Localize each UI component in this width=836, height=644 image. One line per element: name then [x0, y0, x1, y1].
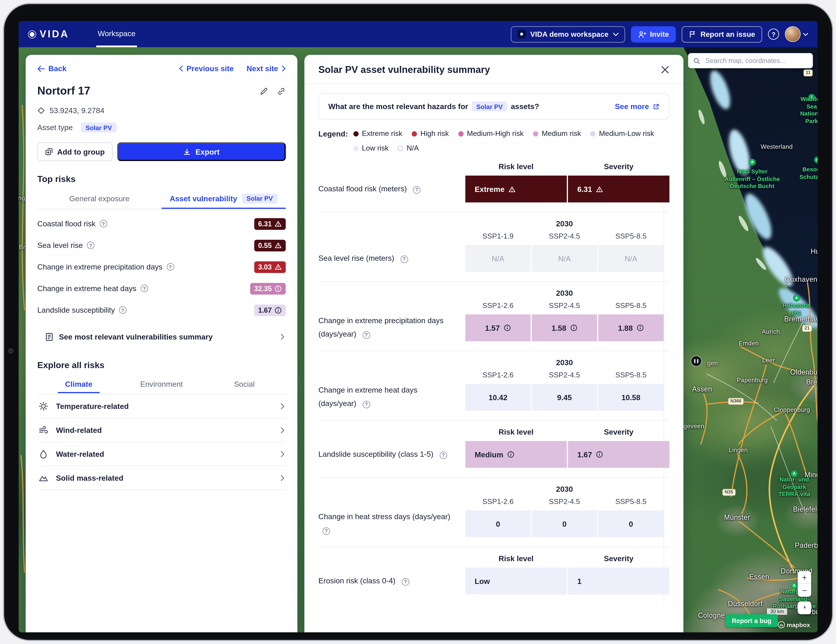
help-icon[interactable]: [402, 578, 409, 585]
help-icon[interactable]: [362, 331, 370, 339]
map-search[interactable]: [688, 53, 813, 68]
vulnerability-summary-link[interactable]: See most relevant vulnerabilities summar…: [37, 327, 286, 347]
site-marker[interactable]: [691, 356, 701, 366]
explore-tab-environment[interactable]: Environment: [120, 375, 203, 394]
tab-asset-vulnerability[interactable]: Asset vulnerability Solar PV: [162, 189, 286, 209]
legend-item-label: Medium-High risk: [467, 129, 524, 138]
mapbox-logo[interactable]: m mapbox: [778, 621, 810, 628]
export-button[interactable]: Export: [117, 142, 286, 161]
site-pager: Previous site Next site: [179, 64, 286, 73]
explore-risks-title: Explore all risks: [37, 360, 286, 370]
report-bug-button[interactable]: Report a bug: [725, 614, 778, 627]
scenario-year: 2030: [465, 219, 664, 228]
previous-site-link[interactable]: Previous site: [179, 64, 234, 73]
tab-asset-vulnerability-badge: Solar PV: [242, 193, 278, 203]
legend-label: Legend:: [318, 129, 348, 152]
legend-dot: [398, 145, 403, 151]
search-icon: [693, 57, 700, 65]
compass-button[interactable]: [798, 602, 811, 614]
droplet-icon: [39, 449, 48, 459]
explore-tab-social[interactable]: Social: [203, 375, 286, 394]
wind-icon: [39, 425, 48, 435]
help-icon[interactable]: [413, 186, 421, 193]
close-icon[interactable]: [661, 65, 669, 74]
modal-title: Solar PV asset vulnerability summary: [318, 64, 490, 75]
search-input[interactable]: [704, 57, 808, 65]
category-temperature-related[interactable]: Temperature-related: [37, 394, 286, 418]
legend-item: Medium-High risk: [458, 129, 524, 138]
chevron-down-icon: [613, 33, 619, 36]
row-label: Coastal flood risk (meters): [318, 182, 464, 196]
legend-dot: [353, 131, 358, 136]
zoom-in-button[interactable]: +: [798, 571, 811, 584]
copy-link-icon[interactable]: [277, 87, 286, 95]
help-icon[interactable]: [167, 263, 174, 271]
category-wind-related[interactable]: Wind-related: [37, 418, 286, 442]
next-site-link[interactable]: Next site: [247, 64, 286, 73]
help-icon[interactable]: [322, 527, 330, 535]
risk-row: Sea level rise0.55: [37, 234, 286, 256]
edit-pencil-icon[interactable]: [260, 87, 268, 95]
category-label: Temperature-related: [56, 402, 129, 410]
category-solid-mass-related[interactable]: Solid mass-related: [37, 466, 286, 490]
tab-asset-vulnerability-label: Asset vulnerability: [170, 194, 237, 203]
help-icon[interactable]: [119, 306, 127, 314]
see-more-link[interactable]: See more: [615, 102, 660, 111]
risk-row: Coastal flood risk6.31: [37, 213, 286, 234]
add-to-group-icon: [45, 147, 53, 156]
mapbox-wordmark: mapbox: [787, 621, 810, 628]
add-to-group-button[interactable]: Add to group: [37, 142, 113, 161]
explore-tab-climate[interactable]: Climate: [37, 375, 120, 394]
legend-dot: [590, 131, 596, 136]
zoom-controls: + −: [798, 571, 811, 597]
zoom-out-button[interactable]: −: [798, 584, 811, 597]
risk-row: Change in extreme heat days32.35: [37, 278, 286, 299]
tab-general-exposure[interactable]: General exposure: [37, 189, 162, 209]
scenario-value-cell: 9.45: [532, 384, 597, 411]
help-icon[interactable]: [87, 242, 95, 249]
scenario-year: 2030: [465, 485, 664, 494]
mountain-icon: [39, 473, 48, 483]
legend-item-label: N/A: [407, 144, 419, 152]
city-label: Emden: [739, 340, 759, 347]
legend-items: Extreme riskHigh riskMedium-High riskMed…: [353, 128, 669, 152]
compass-icon: [801, 604, 808, 611]
scenario-label: SSP1-2.6: [465, 302, 531, 310]
table-row: Erosion risk (class 0-4) Low1: [318, 567, 669, 594]
asset-type-label: Asset type: [37, 123, 73, 132]
row-label: Landslide susceptibility (class 1-5): [318, 448, 464, 461]
help-icon[interactable]: [400, 255, 408, 263]
risk-category-list: Temperature-relatedWind-relatedWater-rel…: [37, 394, 286, 490]
chevron-right-icon: [281, 403, 284, 409]
chevron-down-icon: [803, 33, 808, 36]
report-issue-button[interactable]: Report an issue: [682, 26, 762, 42]
tab-workspace[interactable]: Workspace: [96, 21, 137, 47]
city-label: Bremen: [806, 378, 818, 386]
document-icon: [46, 332, 53, 341]
help-icon[interactable]: [140, 284, 148, 292]
invite-button[interactable]: Invite: [631, 26, 676, 42]
sun-icon: [39, 401, 48, 411]
help-button[interactable]: [768, 29, 779, 40]
chevron-right-icon: [281, 475, 284, 481]
city-label: Oldenburg: [790, 368, 818, 376]
question-suffix: assets?: [511, 102, 539, 111]
table-row: Landslide susceptibility (class 1-5) Med…: [318, 441, 669, 468]
city-label: Münster: [724, 513, 750, 521]
invite-label: Invite: [650, 30, 669, 38]
risk-label: Change in extreme precipitation days: [37, 263, 163, 271]
risk-label: Change in extreme heat days: [37, 284, 136, 293]
category-water-related[interactable]: Water-related: [37, 442, 286, 466]
question-asset-badge: Solar PV: [472, 101, 508, 111]
city-label: Paderborn: [795, 541, 818, 549]
back-link[interactable]: Back: [37, 64, 67, 73]
workspace-selector[interactable]: VIDA demo workspace: [511, 26, 625, 42]
scenario-label: SSP1-2.6: [465, 371, 531, 379]
help-icon[interactable]: [440, 451, 447, 459]
risk-row: Change in extreme precipitation days3.03: [37, 256, 286, 278]
user-menu[interactable]: [785, 26, 808, 42]
row-label-text: Change in extreme precipitation days (da…: [318, 316, 444, 338]
help-icon[interactable]: [362, 401, 370, 408]
help-icon[interactable]: [100, 220, 107, 227]
risk-level-cell: Low: [465, 567, 567, 594]
